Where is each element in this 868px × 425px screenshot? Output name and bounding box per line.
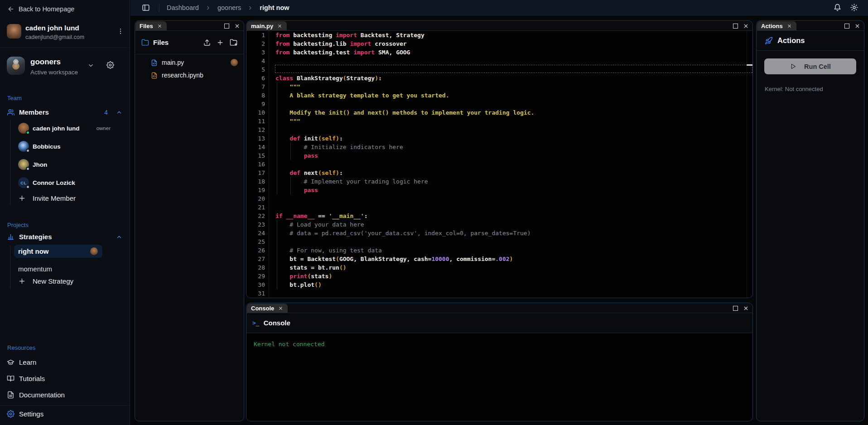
close-icon[interactable] [278,306,283,311]
code-line[interactable]: bt.plot() [270,280,752,289]
code-line[interactable] [270,289,752,298]
code-line[interactable] [270,126,752,134]
user-menu-button[interactable] [117,27,124,35]
code-line[interactable]: def next(self): [270,169,752,177]
tab-actions[interactable]: Actions [757,21,796,30]
maximize-panel-button[interactable] [733,24,738,29]
code-editor[interactable]: 1234567891011121314151617181920212223242… [246,31,752,298]
run-cell-button[interactable]: Run Cell [764,58,856,74]
sidebar-item-learn[interactable]: Learn [0,354,130,370]
code-line[interactable]: # Load your data here [270,220,752,229]
strategies-collapse-icon[interactable] [116,234,122,240]
code-line[interactable]: print(stats) [270,272,752,280]
code-line[interactable]: def init(self): [270,134,752,143]
new-folder-button[interactable] [230,39,237,46]
divider [159,4,159,12]
sidebar-item-tutorials[interactable]: Tutorials [0,370,130,386]
breadcrumb-dashboard[interactable]: Dashboard [167,4,199,11]
tab-main-py[interactable]: main.py [247,21,287,30]
new-strategy-button[interactable]: New Strategy [18,277,73,285]
line-number: 18 [246,177,269,186]
code-line[interactable]: from backtesting.lib import crossover [270,39,752,48]
new-file-button[interactable] [217,39,224,46]
breadcrumb-workspace[interactable]: gooners [217,4,241,11]
code-line[interactable]: # Implement your trading logic here [270,177,752,186]
console-panel: Console >_ Console Kernel not connected [246,303,753,421]
member-name: caden john lund [33,125,80,132]
line-number: 28 [246,263,269,272]
line-number: 12 [246,126,269,134]
code-line[interactable]: if __name__ == '__main__': [270,212,752,220]
indent-guide [290,177,291,194]
code-line[interactable]: bt = Backtest(GOOG, BlankStrategy, cash=… [270,255,752,263]
strategies-group-header[interactable]: Strategies [7,233,122,241]
upload-file-button[interactable] [203,39,211,46]
actions-tabstrip: Actions [757,21,864,31]
member-row[interactable]: Bobbicus [0,137,130,155]
close-icon[interactable] [277,24,282,29]
sidebar-toggle-button[interactable] [142,4,150,12]
workspace-dropdown-button[interactable] [87,62,94,69]
code-line[interactable]: # data = pd.read_csv('your_data.csv', in… [270,229,752,237]
close-panel-button[interactable] [743,305,749,311]
line-number: 26 [246,246,269,255]
close-panel-button[interactable] [854,23,860,29]
member-row[interactable]: Jhon [0,155,130,174]
code-line[interactable] [270,194,752,203]
code-line[interactable]: """ [270,82,752,91]
maximize-panel-button[interactable] [224,24,229,29]
file-name: research.ipynb [162,72,203,79]
code-line[interactable]: A blank strategy template to get you sta… [270,91,752,100]
files-header: Files [135,31,244,54]
tab-console-label: Console [251,305,274,312]
code-line[interactable]: # For now, using test data [270,246,752,255]
code-line[interactable]: class BlankStrategy(Strategy): [270,74,752,82]
maximize-panel-button[interactable] [844,24,849,29]
workspace-settings-button[interactable] [106,61,114,69]
code-line[interactable] [270,203,752,212]
code-line[interactable]: """ [270,117,752,126]
line-number: 21 [246,203,269,212]
code-line[interactable]: from backtesting.test import SMA, GOOG [270,48,752,57]
code-line[interactable] [270,237,752,246]
members-collapse-icon[interactable] [116,109,122,116]
line-number: 17 [246,169,269,177]
code-line[interactable]: # Initialize indicators here [270,143,752,151]
strategies-list: right nowmomentum [0,245,130,280]
close-icon[interactable] [787,24,792,29]
members-group-header[interactable]: Members 4 [7,108,122,116]
back-to-homepage-link[interactable]: Back to Homepage [7,5,74,13]
notifications-bell-button[interactable] [834,4,841,11]
member-row[interactable]: caden john lundowner [0,119,130,137]
code-line[interactable] [270,100,752,108]
tab-files[interactable]: Files [135,21,167,30]
code-line[interactable]: from backtesting import Backtest, Strate… [270,31,752,39]
sidebar-item-settings[interactable]: Settings [7,410,43,418]
code-line[interactable]: pass [270,186,752,194]
code-line[interactable]: Modify the init() and next() methods to … [270,108,752,117]
file-row-research-ipynb[interactable]: research.ipynb [135,69,244,82]
invite-member-button[interactable]: Invite Member [18,194,76,202]
console-output[interactable]: Kernel not connected [246,333,752,421]
member-row[interactable]: CLConnor Lozick [0,174,130,192]
code-line[interactable]: pass [270,151,752,160]
maximize-panel-button[interactable] [733,306,738,311]
workspace-subtitle: Active workspace [30,69,124,76]
theme-toggle-button[interactable] [850,4,858,11]
resources-section-label: Resources [7,344,35,351]
close-icon[interactable] [157,24,162,29]
code-line[interactable]: stats = bt.run() [270,263,752,272]
member-avatar: CL [18,177,29,188]
code-line[interactable] [270,160,752,169]
file-list: main.pyresearch.ipynb [135,54,244,82]
tab-console[interactable]: Console [247,304,288,313]
strategy-item-right-now[interactable]: right now [14,245,102,258]
sidebar-item-documentation[interactable]: Documentation [0,386,130,403]
close-panel-button[interactable] [743,23,749,29]
strategy-item-momentum[interactable]: momentum [14,262,102,275]
invite-member-label: Invite Member [33,194,76,202]
close-panel-button[interactable] [234,23,240,29]
file-row-main-py[interactable]: main.py [135,56,244,69]
member-name: Bobbicus [33,143,61,150]
code-line[interactable] [270,57,752,65]
